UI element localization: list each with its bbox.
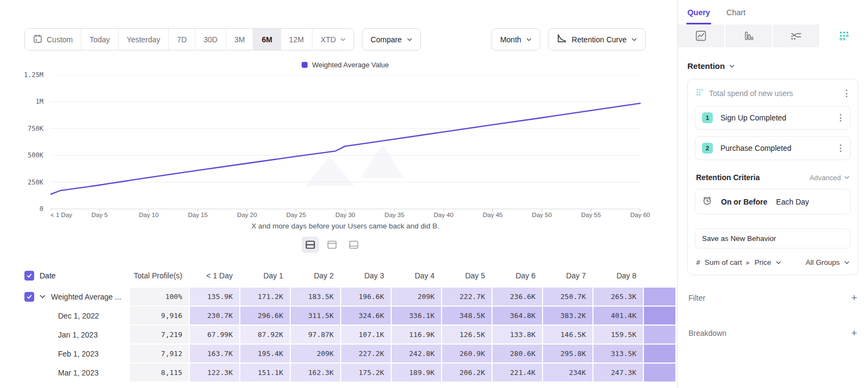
retention-line-chart[interactable] (50, 75, 642, 213)
add-filter-button[interactable]: + (851, 292, 857, 303)
measure-property[interactable]: Price (755, 258, 771, 266)
total-profiles-cell: 9,916 (130, 307, 189, 325)
retention-value-cell[interactable]: 230.7K (190, 307, 239, 325)
overflow-value-cell (644, 288, 675, 306)
retention-value-cell[interactable]: 313.5K (593, 345, 643, 362)
save-as-new-behavior-button[interactable]: Save as New Behavior (695, 228, 851, 249)
retention-grid-icon[interactable] (820, 24, 868, 47)
retention-value-cell[interactable]: 296.6K (240, 307, 290, 325)
retention-value-cell[interactable]: 189.9K (392, 364, 441, 381)
retention-value-cell[interactable]: 222.7K (442, 288, 492, 306)
layout-toggle-group (302, 237, 362, 253)
behavior-step-2[interactable]: 2Purchase Completed (695, 136, 851, 160)
criteria-mode-dropdown[interactable]: Advanced (809, 174, 850, 182)
x-tick-label: Day 55 (581, 212, 601, 218)
retention-value-cell[interactable]: 209K (392, 288, 441, 306)
granularity-dropdown[interactable]: Month (492, 28, 540, 50)
range-6m[interactable]: 6M (253, 29, 280, 50)
retention-value-cell[interactable]: 67.99K (190, 326, 239, 344)
retention-value-cell[interactable]: 163.7K (190, 345, 239, 362)
range-custom[interactable]: Custom (25, 29, 81, 50)
retention-value-cell[interactable]: 280.6K (493, 345, 542, 362)
retention-value-cell[interactable]: 146.5K (543, 326, 592, 344)
retention-value-cell[interactable]: 336.1K (392, 307, 441, 325)
retention-value-cell[interactable]: 348.5K (442, 307, 492, 325)
retention-value-cell[interactable]: 159.5K (593, 326, 643, 344)
retention-value-cell[interactable]: 311.5K (291, 307, 340, 325)
retention-value-cell[interactable]: 206.2K (442, 364, 492, 381)
retention-value-cell[interactable]: 221.4K (493, 364, 542, 381)
range-today[interactable]: Today (81, 29, 118, 50)
kebab-menu-icon[interactable] (838, 143, 844, 153)
retention-value-cell[interactable]: 209K (291, 345, 340, 362)
kebab-menu-icon[interactable] (838, 113, 844, 123)
layout-toggle-chart-only[interactable] (323, 237, 341, 253)
retention-value-cell[interactable]: 247.3K (593, 364, 643, 381)
retention-value-cell[interactable]: 227.2K (341, 345, 391, 362)
row-label: Feb 1, 2023 (58, 349, 99, 358)
chevron-down-icon (340, 37, 346, 42)
chart-type-dropdown[interactable]: Retention Curve (548, 28, 646, 50)
compare-button[interactable]: Compare (362, 28, 421, 50)
range-3m[interactable]: 3M (226, 29, 253, 50)
layout-toggle-chart-and-table[interactable] (302, 237, 319, 253)
row-label[interactable]: Weighted Average ... (51, 292, 121, 301)
retention-value-cell[interactable]: 122.3K (190, 364, 239, 381)
add-breakdown-button[interactable]: + (851, 328, 857, 338)
range-xtd[interactable]: XTD (312, 29, 354, 50)
range-30d[interactable]: 30D (195, 29, 226, 50)
groups-dropdown[interactable]: All Groups (806, 258, 840, 266)
retention-value-cell[interactable]: 162.3K (291, 364, 340, 381)
retention-value-cell[interactable]: 260.9K (442, 345, 492, 362)
retention-value-cell[interactable]: 116.9K (392, 326, 441, 344)
expand-chevron-icon[interactable] (40, 294, 46, 299)
retention-value-cell[interactable]: 195.4K (240, 345, 290, 362)
layout-toggle-table-only[interactable] (345, 237, 362, 253)
retention-value-cell[interactable]: 107.1K (341, 326, 391, 344)
retention-value-cell[interactable]: 364.8K (493, 307, 542, 325)
retention-value-cell[interactable]: 250.7K (543, 288, 592, 306)
flow-chart-icon[interactable] (773, 24, 821, 47)
range-7d[interactable]: 7D (169, 29, 195, 50)
retention-value-cell[interactable]: 151.1K (240, 364, 290, 381)
x-tick-label: Day 45 (483, 212, 502, 218)
measure-row: # Sum of cart ▶ Price All Groups (695, 257, 851, 268)
retention-value-cell[interactable]: 295.8K (543, 345, 592, 362)
range-yesterday[interactable]: Yesterday (119, 29, 169, 50)
retention-value-cell[interactable]: 135.9K (190, 288, 239, 306)
bar-chart-icon[interactable] (725, 24, 773, 47)
chevron-down-icon (631, 37, 637, 42)
retention-value-cell[interactable]: 242.8K (392, 345, 441, 362)
retention-value-cell[interactable]: 324.6K (341, 307, 391, 325)
retention-value-cell[interactable]: 97.87K (291, 326, 340, 344)
table-row: Mar 1, 20238,115122.3K151.1K162.3K175.2K… (16, 364, 677, 381)
behavior-title-row[interactable]: Total spend of new users (695, 86, 851, 99)
retention-section-header[interactable]: Retention (687, 61, 858, 71)
kebab-menu-icon[interactable] (844, 88, 850, 98)
retention-value-cell[interactable]: 383.2K (543, 307, 592, 325)
range-12m[interactable]: 12M (281, 29, 312, 50)
retention-value-cell[interactable]: 183.5K (291, 288, 340, 306)
legend-label: Weighted Average Value (312, 61, 389, 69)
timing-mode: On or Before (721, 198, 768, 206)
retention-value-cell[interactable]: 234K (543, 364, 592, 381)
calendar-icon (33, 34, 42, 45)
line-chart-icon[interactable] (678, 24, 725, 47)
row-checkbox[interactable] (24, 292, 34, 302)
retention-value-cell[interactable]: 126.5K (442, 326, 492, 344)
retention-value-cell[interactable]: 175.2K (341, 364, 391, 381)
retention-value-cell[interactable]: 401.4K (593, 307, 643, 325)
behavior-step-1[interactable]: 1Sign Up Completed (695, 106, 851, 130)
measure-dropdown[interactable]: Sum of cart (705, 258, 742, 266)
retention-value-cell[interactable]: 133.8K (493, 326, 542, 344)
retention-value-cell[interactable]: 171.2K (240, 288, 290, 306)
retention-value-cell[interactable]: 87.92K (240, 326, 290, 344)
retention-value-cell[interactable]: 236.6K (493, 288, 542, 306)
column-header-label: Day 8 (616, 271, 636, 280)
select-all-checkbox[interactable] (24, 271, 34, 281)
retention-value-cell[interactable]: 265.3K (593, 288, 643, 306)
retention-value-cell[interactable]: 196.6K (341, 288, 391, 306)
tab-chart[interactable]: Chart (726, 0, 745, 24)
timing-card[interactable]: On or Before Each Day (695, 189, 851, 214)
tab-query[interactable]: Query (687, 0, 710, 24)
